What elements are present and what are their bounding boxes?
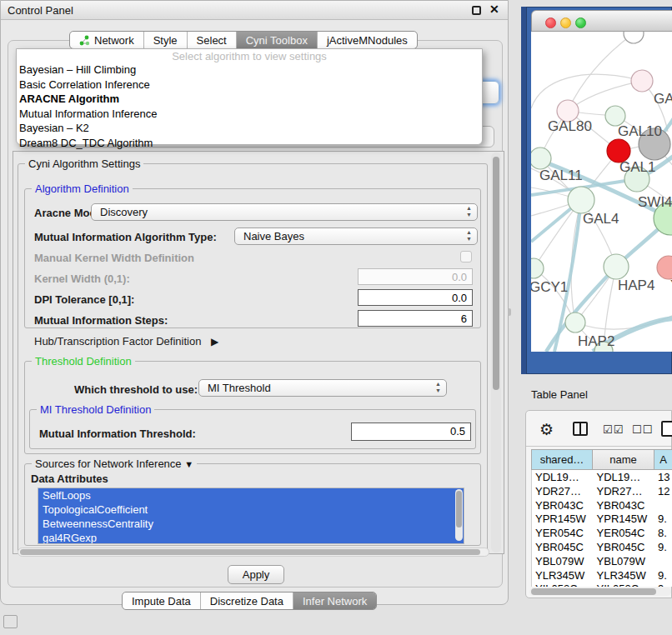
algorithm-option[interactable]: ARACNE Algorithm: [17, 92, 482, 107]
tab-label: Network: [94, 34, 134, 47]
table-horizontal-scrollbar[interactable]: [529, 588, 671, 596]
close-traffic-icon[interactable]: [545, 18, 556, 28]
tab-select[interactable]: Select: [188, 32, 237, 48]
dock-button[interactable]: [3, 615, 18, 628]
settings-horizontal-scrollbar[interactable]: [18, 548, 489, 557]
attributes-scrollbar[interactable]: [455, 489, 463, 541]
unchecked-columns-icon[interactable]: ☐☐: [632, 423, 653, 436]
network-node-hap2[interactable]: [565, 312, 585, 332]
node-label: GAL11: [539, 168, 583, 183]
node-label: GAL10: [618, 123, 662, 139]
network-node[interactable]: [624, 32, 644, 43]
node-label: GCY1: [531, 279, 568, 295]
network-icon: [79, 35, 90, 46]
data-attributes-label: Data Attributes: [31, 472, 108, 485]
kernel-width-input[interactable]: 0.0: [358, 268, 473, 285]
apply-button[interactable]: Apply: [228, 565, 284, 584]
algorithm-option[interactable]: Dream8 DC_TDC Algorithm: [17, 136, 482, 151]
network-canvas[interactable]: GALGAL80GAL10GAL1GAL11GAL4SWI4HAP4YGCY1H…: [531, 32, 672, 352]
which-threshold-label: Which threshold to use:: [74, 383, 198, 396]
bottom-tab-label: Impute Data: [132, 595, 191, 608]
hub-definition-toggle[interactable]: Hub/Transcription Factor Definition ▶: [34, 335, 218, 348]
table-cell: YIL052C: [532, 582, 594, 587]
table-cell: 9.: [654, 512, 672, 526]
algorithm-placeholder: Select algorithm to view settings: [17, 50, 482, 62]
tab-jactivemnodules[interactable]: jActiveMNodules: [318, 32, 417, 48]
table-row[interactable]: YLR345WYLR345W9.: [532, 568, 672, 582]
minimize-traffic-icon[interactable]: [560, 18, 571, 28]
bottom-tab-label: Infer Network: [303, 595, 367, 608]
column-header[interactable]: A: [654, 449, 672, 470]
table-row[interactable]: YBR043CYBR043C: [532, 498, 672, 512]
zoom-traffic-icon[interactable]: [575, 18, 586, 28]
attribute-item[interactable]: BetweennessCentrality: [38, 517, 464, 531]
spinner-arrows-icon: ▲▼: [466, 229, 472, 242]
node-label: GAL80: [548, 118, 592, 134]
network-window-titlebar: [531, 10, 672, 32]
table-cell: YER054C: [594, 526, 655, 540]
spinner-arrows-icon: ▲▼: [435, 381, 441, 394]
control-panel-title: Control Panel: [8, 4, 73, 17]
float-window-icon[interactable]: [472, 6, 481, 15]
table-header-row: shared…nameA: [531, 449, 672, 470]
which-threshold-value: MI Threshold: [208, 382, 271, 394]
table-cell: [654, 554, 672, 568]
mi-steps-input[interactable]: 6: [358, 310, 473, 327]
document-icon[interactable]: [661, 421, 672, 437]
network-node-y[interactable]: [657, 256, 672, 279]
mi-threshold-input[interactable]: 0.5: [351, 422, 471, 441]
mi-type-label: Mutual Information Algorithm Type:: [34, 231, 217, 243]
table-row[interactable]: YDR27…YDR27…12: [532, 484, 672, 498]
panel-splitter-handle[interactable]: [508, 308, 511, 316]
table-row[interactable]: YBL079WYBL079W: [532, 554, 672, 568]
node-table: shared…nameA YDL19…YDL19…13YDR27…YDR27…1…: [531, 449, 672, 587]
network-node-gal11[interactable]: [531, 148, 551, 169]
bottom-tab-impute-data[interactable]: Impute Data: [123, 592, 201, 609]
table-row[interactable]: YBR045CYBR045C9.: [532, 540, 672, 554]
tab-cyni-toolbox[interactable]: Cyni Toolbox: [237, 32, 318, 48]
node-label: GAL4: [583, 211, 619, 227]
table-row[interactable]: YPR145WYPR145W9.: [532, 512, 672, 526]
gear-icon[interactable]: ⚙: [539, 420, 554, 439]
table-cell: 9: [654, 582, 672, 587]
table-cell: 9.: [654, 540, 672, 554]
table-row[interactable]: YDL19…YDL19…13: [532, 470, 672, 484]
bottom-tab-infer-network[interactable]: Infer Network: [293, 592, 376, 609]
dpi-tolerance-input[interactable]: 0.0: [358, 289, 473, 306]
attribute-item[interactable]: gal4RGexp: [38, 531, 464, 544]
attribute-item[interactable]: SelfLoops: [38, 488, 464, 502]
manual-kernel-checkbox[interactable]: [460, 251, 472, 262]
column-header[interactable]: name: [593, 449, 654, 470]
settings-vertical-scrollbar[interactable]: [491, 152, 501, 552]
data-attributes-list[interactable]: SelfLoopsTopologicalCoefficientBetweenne…: [38, 488, 464, 544]
table-cell: YBL079W: [532, 554, 594, 568]
sources-group-title[interactable]: Sources for Network Inference ▼: [32, 458, 197, 470]
mi-type-select[interactable]: Naive Bayes ▲▼: [234, 228, 478, 245]
which-threshold-select[interactable]: MI Threshold ▲▼: [198, 379, 447, 397]
network-node-gal4[interactable]: [568, 187, 594, 213]
network-node-gal[interactable]: [631, 70, 653, 92]
table-row[interactable]: YIL052CYIL052C9: [532, 582, 672, 587]
node-label: HAP2: [578, 333, 614, 349]
aracne-mode-value: Discovery: [100, 206, 148, 218]
aracne-mode-select[interactable]: Discovery ▲▼: [91, 203, 478, 221]
network-node-hap4[interactable]: [604, 254, 629, 279]
bottom-tab-discretize-data[interactable]: Discretize Data: [201, 592, 293, 609]
algorithm-option[interactable]: Basic Correlation Inference: [17, 78, 482, 92]
tab-network[interactable]: Network: [70, 32, 144, 48]
table-cell: YDL19…: [594, 470, 655, 484]
threshold-definition-title: Threshold Definition: [32, 355, 135, 368]
split-column-icon[interactable]: [573, 422, 588, 436]
column-header[interactable]: shared…: [531, 449, 593, 470]
table-row[interactable]: YER054CYER054C8.: [532, 526, 672, 540]
table-cell: 13: [654, 470, 672, 484]
attribute-item[interactable]: TopologicalCoefficient: [38, 502, 464, 517]
tab-style[interactable]: Style: [144, 32, 188, 48]
algorithm-dropdown-list: Select algorithm to view settings Bayesi…: [16, 48, 483, 145]
checked-columns-icon[interactable]: ☑☑: [603, 423, 624, 436]
algorithm-option[interactable]: Bayesian – K2: [17, 121, 482, 136]
close-icon[interactable]: ✕: [489, 2, 499, 16]
control-panel-titlebar: Control Panel ✕: [1, 1, 508, 20]
algorithm-option[interactable]: Mutual Information Inference: [17, 107, 482, 122]
algorithm-option[interactable]: Bayesian – Hill Climbing: [17, 62, 482, 78]
